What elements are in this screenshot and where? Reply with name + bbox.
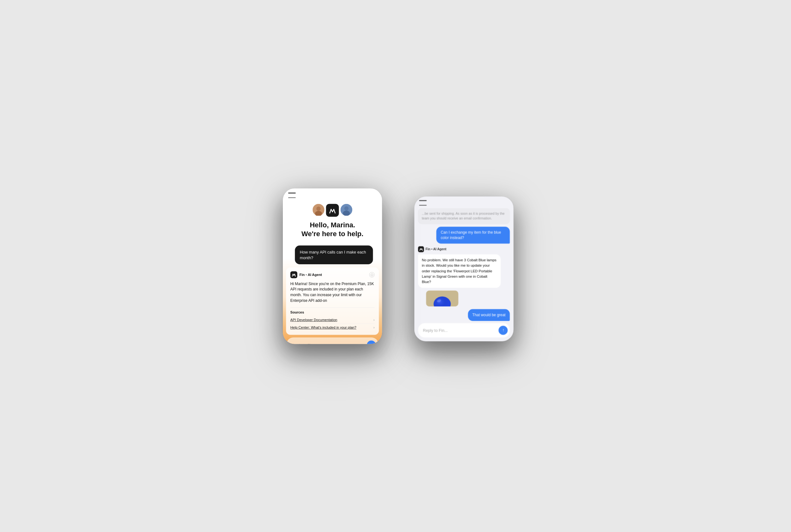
right-placeholder: Reply to Fin...	[423, 328, 497, 332]
hamburger-line-1	[288, 193, 296, 193]
chevron-right-icon: ›	[373, 318, 375, 322]
right-reply-container[interactable]: Reply to Fin... ↑	[418, 323, 510, 338]
source-2-text: Help Center: What's included in your pla…	[290, 325, 356, 329]
phone-left: Hello, Marina. We're here to help. How m…	[283, 188, 382, 344]
ai-name-right: Fin • AI Agent	[425, 247, 446, 251]
user-message-2: That would be great	[468, 309, 510, 321]
avatar-right	[341, 204, 352, 216]
hamburger-line-r1	[419, 200, 427, 201]
ai-badge-right	[418, 246, 424, 252]
ai-message-header: Fin • AI Agent	[418, 246, 510, 252]
ai-agent-name: Fin • AI Agent	[300, 272, 322, 277]
user-question-bubble: How many API calls can I make each month…	[295, 245, 373, 264]
hamburger-line-2	[288, 197, 296, 198]
reply-input-container[interactable]: Reply to Fin... ↑	[287, 338, 379, 344]
hamburger-line-r2	[419, 205, 427, 205]
product-image	[426, 290, 458, 306]
hero-title: Hello, Marina. We're here to help.	[302, 221, 363, 238]
avatar-left	[312, 204, 324, 216]
right-input-area: Reply to Fin... ↑	[414, 321, 514, 341]
main-scene: Hello, Marina. We're here to help. How m…	[275, 183, 516, 349]
system-message: ...be sent for shipping. As soon as it i…	[418, 208, 510, 224]
source-link-1[interactable]: API Developer Documentation ›	[290, 316, 375, 324]
ai-message-container: Fin • AI Agent No problem. We still have…	[418, 246, 510, 288]
ai-response-text: Hi Marina! Since you're on the Premium P…	[290, 281, 375, 303]
hamburger-menu-button-right[interactable]	[419, 200, 427, 205]
sources-section: Sources API Developer Documentation › He…	[290, 307, 375, 331]
reply-placeholder: Reply to Fin...	[292, 343, 365, 344]
ai-response-card: Fin • AI Agent ⓘ Hi Marina! Since you're…	[286, 267, 379, 335]
hamburger-menu-button[interactable]	[288, 193, 296, 198]
left-input-area: Reply to Fin... ↑	[283, 335, 382, 344]
chat-messages-right: ...be sent for shipping. As soon as it i…	[414, 208, 514, 321]
source-link-2[interactable]: Help Center: What's included in your pla…	[290, 324, 375, 331]
ai-badge-icon	[290, 271, 297, 278]
chevron-right-icon-2: ›	[373, 325, 375, 329]
send-arrow-icon-right: ↑	[502, 328, 504, 332]
avatars-row	[312, 203, 352, 217]
fin-logo-center	[325, 203, 339, 217]
phone-right: ...be sent for shipping. As soon as it i…	[414, 196, 514, 341]
user-msg-1-wrapper: Can I exchange my item for the blue colo…	[418, 227, 510, 244]
info-icon[interactable]: ⓘ	[369, 272, 375, 277]
user-message-1: Can I exchange my item for the blue colo…	[437, 227, 510, 244]
source-1-text: API Developer Documentation	[290, 318, 337, 322]
ai-header-left: Fin • AI Agent	[290, 271, 322, 278]
sources-label: Sources	[290, 310, 375, 314]
send-arrow-icon: ↑	[370, 343, 373, 344]
send-button-right[interactable]: ↑	[498, 325, 507, 335]
right-phone-header	[414, 196, 514, 208]
left-phone-header	[283, 188, 382, 200]
ai-response-bubble-right: No problem. We still have 3 Cobalt Blue …	[418, 254, 501, 288]
hero-section: Hello, Marina. We're here to help.	[283, 200, 382, 242]
send-button-left[interactable]: ↑	[367, 340, 376, 344]
